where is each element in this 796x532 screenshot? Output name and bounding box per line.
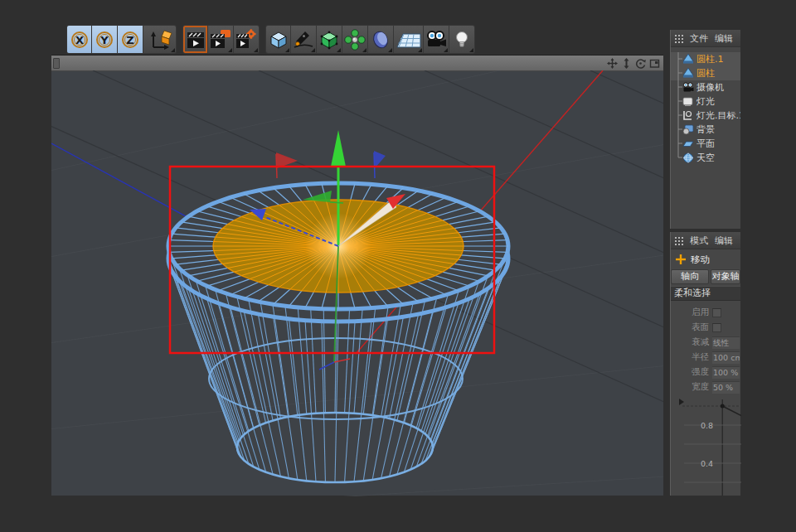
lock-y-axis-button[interactable]: Y	[92, 25, 118, 54]
light-button[interactable]	[449, 25, 475, 54]
gizmo-plane-pole-y	[330, 202, 343, 203]
soft-selection-section-header[interactable]: 柔和选择	[671, 286, 740, 301]
tree-branch	[671, 151, 682, 165]
camera-object-icon	[682, 82, 695, 93]
perspective-viewport[interactable]	[51, 55, 663, 496]
attribute-manager-panel: 模式 编辑 移动 轴向 对象轴 柔和选择 启用 表面 衰减	[670, 232, 740, 496]
zoom-icon	[621, 58, 632, 69]
subdivision-cube-icon	[318, 29, 340, 51]
clapperboard-gear-icon	[235, 29, 257, 51]
scene-3d-model	[51, 70, 663, 496]
menu-mode[interactable]: 模式	[690, 235, 708, 247]
render-settings-button[interactable]	[234, 25, 260, 54]
svg-text:Z: Z	[126, 33, 133, 46]
floor-grid-icon	[396, 29, 421, 51]
tree-branch	[671, 94, 682, 109]
viewport-pan-control[interactable]	[606, 57, 618, 69]
render-view-button[interactable]	[182, 25, 208, 54]
pen-spline-button[interactable]	[291, 25, 317, 54]
gizmo-y-arrowhead[interactable]	[331, 130, 346, 167]
subdivision-surface-button[interactable]	[317, 25, 342, 54]
field-falloff: 衰减 线性	[671, 335, 740, 350]
environment-shape-icon	[370, 29, 391, 51]
main-toolbar: X Y Z	[66, 25, 475, 54]
strength-input[interactable]: 100 %	[712, 366, 740, 379]
cone-object-icon	[682, 54, 695, 65]
soft-selection-fields: 启用 表面 衰减 线性 半径 100 cm 强度 100 % 宽度 50 %	[671, 301, 740, 394]
field-width: 宽度 50 %	[671, 380, 740, 394]
target-light-object-icon	[682, 110, 695, 121]
light-object-icon	[682, 96, 695, 107]
lock-z-axis-button[interactable]: Z	[118, 25, 143, 54]
add-cube-button[interactable]	[265, 25, 291, 54]
viewport-zoom-control[interactable]	[620, 57, 632, 69]
tree-branch	[671, 66, 682, 80]
world-origin-x-axis	[334, 359, 350, 362]
falloff-curve-editor[interactable]: 0.8 0.4	[671, 396, 741, 496]
field-strength: 强度 100 %	[671, 365, 740, 380]
radius-input[interactable]: 100 cm	[712, 351, 740, 364]
tree-branch	[671, 137, 682, 151]
active-tool-row: 移动	[671, 249, 740, 269]
tab-object-axis[interactable]: 对象轴	[711, 269, 740, 284]
object-item-camera[interactable]: 摄像机	[671, 80, 740, 94]
clapperboard-icon	[186, 30, 206, 50]
object-item-light-target[interactable]: 灯光.目标.1	[671, 109, 740, 123]
field-radius: 半径 100 cm	[671, 350, 740, 365]
svg-text:Y: Y	[100, 33, 109, 46]
environment-button[interactable]	[368, 25, 394, 54]
pan-icon	[607, 58, 618, 69]
viewport-canvas[interactable]	[51, 70, 663, 496]
menu-edit[interactable]: 编辑	[715, 235, 733, 247]
viewport-rotate-control[interactable]	[634, 57, 646, 69]
rotate-icon	[635, 58, 646, 69]
menu-file[interactable]: 文件	[690, 32, 708, 45]
clapperboard-window-icon	[210, 29, 231, 51]
object-item-background[interactable]: 背景	[671, 123, 740, 137]
render-to-picture-viewer-button[interactable]	[208, 25, 234, 54]
falloff-curve-graph	[682, 399, 741, 496]
camera-icon	[425, 29, 447, 51]
background-object-icon	[682, 124, 695, 135]
floor-button[interactable]	[394, 25, 424, 54]
plane-object-icon	[682, 138, 695, 149]
tree-branch	[671, 109, 682, 123]
sky-object-icon	[682, 152, 695, 163]
enable-checkbox[interactable]	[712, 308, 721, 317]
pen-icon	[293, 29, 314, 51]
svg-text:X: X	[75, 33, 83, 46]
object-item-plane[interactable]: 平面	[671, 137, 740, 151]
menu-edit[interactable]: 编辑	[715, 32, 733, 45]
object-item-cylinder[interactable]: 圆柱	[671, 66, 740, 80]
curve-tick-label: 0.4	[701, 459, 713, 468]
toggle-layout-icon	[649, 58, 660, 69]
attribute-tabs: 轴向 对象轴	[671, 269, 740, 284]
cone-object-icon	[682, 68, 695, 79]
modifiers-button[interactable]	[342, 25, 368, 54]
curve-expander-icon[interactable]	[679, 399, 684, 405]
tree-branch	[671, 80, 682, 94]
tree-branch	[671, 123, 682, 137]
attribute-manager-menubar: 模式 编辑	[671, 232, 740, 249]
move-cross-icon	[675, 254, 687, 265]
object-item-light[interactable]: 灯光	[671, 94, 740, 109]
object-item-sky[interactable]: 天空	[671, 151, 740, 165]
width-input[interactable]: 50 %	[712, 381, 740, 394]
viewport-menu-chip[interactable]	[53, 58, 60, 69]
modifier-flower-icon	[344, 29, 366, 51]
tree-branch	[671, 52, 682, 66]
active-tool-name: 移动	[691, 254, 710, 266]
cube-icon	[268, 29, 289, 51]
field-surface: 表面	[671, 320, 740, 335]
viewport-toggle-layout-control[interactable]	[648, 57, 660, 69]
falloff-dropdown[interactable]: 线性	[712, 336, 740, 349]
lock-x-axis-button[interactable]: X	[66, 25, 92, 54]
object-manager-menubar: 文件 编辑	[671, 30, 740, 47]
tab-axis[interactable]: 轴向	[671, 269, 709, 284]
object-item-cylinder1[interactable]: 圆柱.1	[671, 52, 740, 66]
surface-checkbox[interactable]	[712, 323, 721, 332]
panel-grip-icon[interactable]	[674, 34, 683, 43]
panel-grip-icon[interactable]	[674, 236, 683, 245]
coordinate-system-button[interactable]	[143, 25, 177, 54]
camera-button[interactable]	[424, 25, 449, 54]
